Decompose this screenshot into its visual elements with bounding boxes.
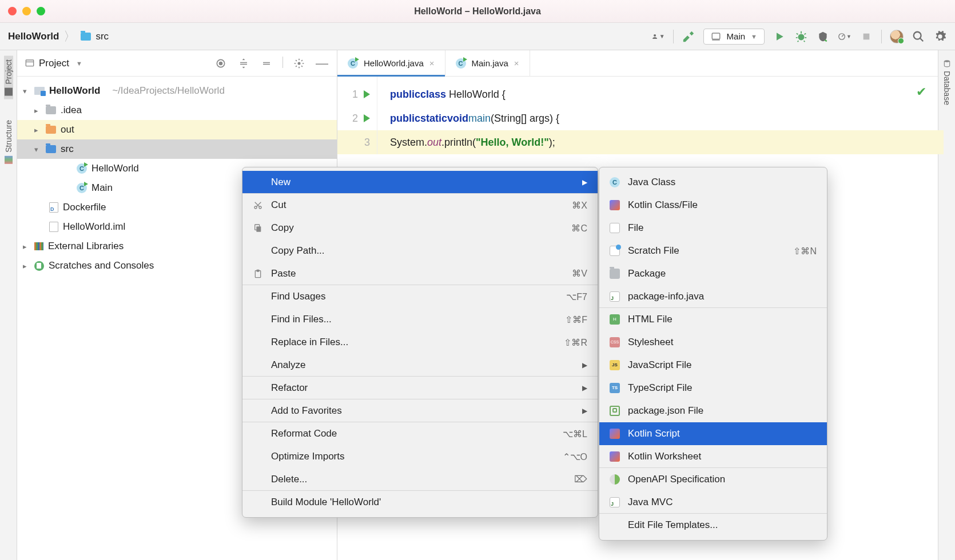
expand-all-icon[interactable] — [237, 57, 250, 70]
tab-helloworld[interactable]: C HelloWorld.java × — [337, 50, 445, 76]
menu-find-usages[interactable]: Find Usages⌥F7 — [242, 285, 598, 308]
editor-tabs: C HelloWorld.java × C Main.java × — [337, 50, 938, 77]
svg-point-10 — [944, 60, 949, 62]
menu-new[interactable]: New▶ — [242, 171, 598, 194]
gear-icon[interactable] — [933, 30, 947, 43]
select-opened-file-icon[interactable] — [214, 57, 228, 70]
project-tool-button[interactable]: Project — [4, 56, 13, 99]
stop-icon[interactable] — [860, 30, 873, 43]
menu-build-module[interactable]: Build Module 'HelloWorld' — [242, 491, 598, 514]
submenu-java-mvc[interactable]: JJava MVC — [599, 491, 827, 514]
class-icon: C — [348, 58, 358, 69]
hammer-icon[interactable] — [682, 30, 695, 43]
svg-point-5 — [914, 31, 921, 39]
tree-out[interactable]: ▸out — [17, 120, 337, 139]
separator — [881, 30, 882, 43]
folder-icon — [46, 145, 56, 153]
window-title: HelloWorld – HelloWorld.java — [414, 6, 541, 17]
structure-tool-button[interactable]: Structure — [4, 117, 13, 167]
library-icon — [34, 242, 43, 250]
submenu-java-class[interactable]: CJava Class — [599, 171, 827, 194]
class-icon: C — [77, 183, 87, 193]
menu-find-in-files[interactable]: Find in Files...⇧⌘F — [242, 308, 598, 331]
avatar[interactable] — [890, 30, 904, 43]
run-gutter-icon[interactable] — [364, 114, 370, 122]
menu-analyze[interactable]: Analyze▶ — [242, 354, 598, 377]
separator — [673, 30, 674, 43]
submenu-stylesheet[interactable]: CSSStylesheet — [599, 331, 827, 354]
close-window-icon[interactable] — [8, 7, 17, 15]
submenu-package[interactable]: Package — [599, 262, 827, 285]
gear-icon[interactable] — [292, 57, 306, 70]
menu-cut[interactable]: Cut⌘X — [242, 194, 598, 217]
submenu-package-info[interactable]: Jpackage-info.java — [599, 285, 827, 308]
left-sidestrip: Project Structure — [0, 50, 17, 560]
user-icon[interactable]: ▼ — [651, 30, 665, 43]
svg-point-8 — [220, 62, 222, 65]
tab-main[interactable]: C Main.java × — [445, 50, 530, 76]
breadcrumb-separator-icon: 〉 — [63, 28, 76, 45]
svg-rect-13 — [256, 226, 261, 231]
submenu-javascript-file[interactable]: JSJavaScript File — [599, 354, 827, 377]
menu-replace-in-files[interactable]: Replace in Files...⇧⌘R — [242, 331, 598, 354]
tree-src[interactable]: ▾src — [17, 139, 337, 159]
hide-icon[interactable]: — — [315, 57, 329, 70]
breadcrumb-src[interactable]: src — [96, 31, 109, 42]
submenu-kotlin-worksheet[interactable]: Kotlin Worksheet — [599, 445, 827, 468]
breadcrumb[interactable]: HelloWorld 〉 src — [8, 28, 109, 45]
coverage-icon[interactable] — [816, 30, 830, 43]
toolbar-right: ▼ Main ▼ ▼ — [651, 29, 947, 45]
submenu-file[interactable]: File — [599, 217, 827, 239]
class-icon: C — [456, 58, 466, 69]
menu-reformat-code[interactable]: Reformat Code⌥⌘L — [242, 422, 598, 445]
navbar: HelloWorld 〉 src ▼ Main ▼ ▼ — [0, 23, 955, 50]
chevron-down-icon: ▼ — [76, 60, 82, 67]
submenu-edit-file-templates[interactable]: Edit File Templates... — [599, 514, 827, 537]
submenu-scratch-file[interactable]: Scratch File⇧⌘N — [599, 239, 827, 262]
run-config-selector[interactable]: Main ▼ — [703, 29, 765, 45]
submenu-kotlin-class[interactable]: Kotlin Class/File — [599, 194, 827, 217]
search-icon[interactable] — [912, 30, 925, 43]
svg-point-2 — [798, 34, 805, 40]
debug-icon[interactable] — [794, 30, 808, 43]
code-area[interactable]: public class HelloWorld { public static … — [377, 77, 938, 154]
collapse-all-icon[interactable] — [260, 57, 273, 70]
svg-rect-4 — [864, 33, 870, 39]
submenu-html-file[interactable]: HHTML File — [599, 308, 827, 331]
svg-point-9 — [298, 62, 301, 65]
module-icon — [34, 87, 45, 95]
run-icon[interactable] — [773, 30, 786, 43]
menu-refactor[interactable]: Refactor▶ — [242, 377, 598, 399]
menu-copy-path[interactable]: Copy Path... — [242, 239, 598, 262]
breadcrumb-root[interactable]: HelloWorld — [8, 31, 59, 42]
menu-add-to-favorites[interactable]: Add to Favorites▶ — [242, 399, 598, 422]
submenu-package-json[interactable]: package.json File — [599, 399, 827, 422]
profiler-icon[interactable]: ▼ — [838, 30, 851, 43]
tree-root[interactable]: ▾HelloWorld ~/IdeaProjects/HelloWorld — [17, 81, 337, 101]
folder-icon — [46, 126, 56, 134]
file-icon — [49, 222, 58, 232]
minimize-window-icon[interactable] — [22, 7, 31, 15]
menu-copy[interactable]: Copy⌘C — [242, 217, 598, 239]
dockerfile-icon — [49, 202, 58, 213]
close-icon[interactable]: × — [429, 58, 435, 68]
scratch-icon — [34, 261, 44, 271]
submenu-openapi[interactable]: OpenAPI Specification — [599, 468, 827, 491]
checkmark-icon[interactable]: ✔ — [916, 85, 926, 99]
titlebar: HelloWorld – HelloWorld.java — [0, 0, 955, 23]
gutter: 1 2 3 — [337, 77, 377, 154]
project-panel-header: Project ▼ — — [17, 50, 337, 77]
close-icon[interactable]: × — [514, 58, 519, 68]
submenu-kotlin-script[interactable]: Kotlin Script — [599, 422, 827, 445]
panel-title[interactable]: Project ▼ — [25, 58, 82, 69]
code-editor[interactable]: 1 2 3 public class HelloWorld { public s… — [337, 77, 938, 154]
menu-paste[interactable]: Paste⌘V — [242, 262, 598, 285]
maximize-window-icon[interactable] — [37, 7, 45, 15]
run-gutter-icon[interactable] — [364, 90, 370, 98]
database-tool-button[interactable]: Database — [942, 56, 952, 109]
tree-idea[interactable]: ▸.idea — [17, 101, 337, 120]
submenu-typescript-file[interactable]: TSTypeScript File — [599, 377, 827, 399]
menu-optimize-imports[interactable]: Optimize Imports⌃⌥O — [242, 445, 598, 468]
context-menu: New▶ Cut⌘X Copy⌘C Copy Path... Paste⌘V F… — [242, 167, 598, 518]
menu-delete[interactable]: Delete...⌦ — [242, 468, 598, 491]
